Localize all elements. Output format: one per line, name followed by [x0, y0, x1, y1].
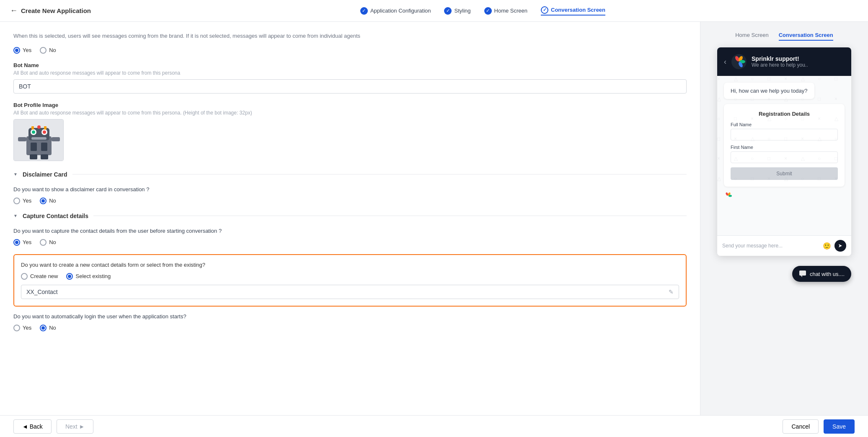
- radio-circle-yes: [13, 47, 20, 54]
- chat-footer: Send your message here... 🙂: [717, 235, 851, 256]
- cancel-button[interactable]: Cancel: [783, 419, 819, 434]
- step-styling[interactable]: ✓ Styling: [444, 7, 470, 15]
- main-layout: When this is selected, users will see me…: [0, 22, 868, 437]
- svg-point-16: [37, 125, 41, 129]
- svg-point-5: [32, 130, 35, 134]
- contact-form-box: Do you want to create a new contact deta…: [13, 254, 687, 307]
- app-title: ← Create New Application: [10, 6, 91, 15]
- chat-fab-button[interactable]: chat with us....: [792, 266, 851, 282]
- first-name-input[interactable]: [731, 151, 838, 163]
- bottom-bar: ◄ Back Next ► Cancel Save: [0, 415, 868, 437]
- next-button[interactable]: Next ►: [57, 419, 94, 434]
- radio-circle-capture-no: [40, 239, 46, 246]
- divider-line: [72, 174, 687, 174]
- chat-submit-button[interactable]: Submit: [731, 167, 838, 180]
- chat-brand-logo: [724, 192, 845, 200]
- chat-header-text: Sprinklr support! We are here to help yo…: [752, 55, 845, 68]
- auto-login-no-radio[interactable]: No: [40, 325, 56, 331]
- save-button[interactable]: Save: [824, 419, 855, 434]
- chat-subtitle: We are here to help you..: [752, 62, 845, 68]
- divider-line-2: [93, 216, 687, 216]
- capture-contact-radio-group: Yes No: [13, 239, 687, 246]
- step-app-config[interactable]: ✓ Application Configuration: [360, 7, 431, 15]
- chat-window-preview: ‹ Sprinklr support! We are here to help …: [717, 47, 851, 256]
- chat-form-title: Registration Details: [731, 111, 838, 117]
- step-check-icon: ✓: [444, 7, 452, 15]
- brand-description: When this is selected, users will see me…: [13, 32, 687, 40]
- svg-rect-13: [41, 154, 48, 159]
- select-existing-radio[interactable]: Select existing: [66, 273, 111, 280]
- svg-rect-14: [31, 126, 34, 130]
- fab-container: chat with us....: [717, 261, 851, 282]
- radio-circle-create-new: [21, 273, 28, 280]
- svg-rect-12: [30, 154, 37, 159]
- radio-circle-disclaimer-no: [40, 198, 46, 204]
- bot-name-input[interactable]: [13, 79, 687, 94]
- back-button[interactable]: ◄ Back: [13, 419, 52, 434]
- svg-marker-25: [839, 244, 842, 247]
- back-arrow-icon[interactable]: ←: [10, 6, 18, 15]
- bot-name-sublabel: All Bot and auto response messages will …: [13, 70, 687, 76]
- radio-circle-capture-yes: [13, 239, 20, 246]
- send-button[interactable]: [834, 240, 846, 252]
- capture-contact-section[interactable]: ▼ Capture Contact details: [13, 213, 687, 219]
- contact-form-question: Do you want to create a new contact deta…: [21, 262, 679, 268]
- disclaimer-yes-radio[interactable]: Yes: [13, 198, 31, 204]
- brand-yes-radio[interactable]: Yes: [13, 47, 31, 54]
- disclaimer-question: Do you want to show a disclaimer card in…: [13, 186, 687, 192]
- full-name-input[interactable]: [731, 129, 838, 140]
- disclaimer-no-radio[interactable]: No: [40, 198, 56, 204]
- right-panel: Home Screen Conversation Screen ‹ Sprink…: [700, 22, 868, 437]
- chat-body: ×△○□×△○□ △○□×△○□× ○□×△○□×△ □×△○□×△○ ×△○□…: [717, 76, 851, 235]
- tab-home-screen[interactable]: Home Screen: [735, 32, 768, 41]
- radio-circle-disclaimer-yes: [13, 198, 20, 204]
- svg-marker-27: [801, 276, 802, 277]
- svg-point-24: [728, 195, 732, 197]
- disclaimer-radio-group: Yes No: [13, 198, 687, 204]
- step-check-icon: ✓: [360, 7, 368, 15]
- capture-contact-question: Do you want to capture the contact detai…: [13, 228, 687, 234]
- emoji-icon[interactable]: 🙂: [823, 242, 831, 250]
- chat-title: Sprinklr support!: [752, 55, 845, 62]
- step-active-icon: ✓: [541, 6, 548, 14]
- contact-value: XX_Contact: [26, 289, 669, 295]
- chevron-down-icon-2: ▼: [13, 213, 18, 218]
- full-name-label: Full Name: [731, 122, 838, 127]
- preview-tabs: Home Screen Conversation Screen: [710, 32, 858, 41]
- svg-rect-9: [41, 143, 47, 151]
- svg-rect-7: [31, 137, 46, 140]
- svg-rect-15: [44, 126, 46, 130]
- radio-circle-autologin-no: [40, 325, 46, 331]
- first-name-label: First Name: [731, 145, 838, 150]
- step-home-screen[interactable]: ✓ Home Screen: [484, 7, 527, 15]
- tab-conversation-screen[interactable]: Conversation Screen: [779, 32, 833, 41]
- chat-form-card: Registration Details Full Name First Nam…: [724, 104, 845, 187]
- svg-point-6: [43, 130, 46, 134]
- step-conversation-screen[interactable]: ✓ Conversation Screen: [541, 6, 605, 16]
- auto-login-yes-radio[interactable]: Yes: [13, 325, 31, 331]
- brand-no-radio[interactable]: No: [40, 47, 56, 54]
- chat-input-placeholder[interactable]: Send your message here...: [722, 243, 819, 249]
- bot-profile-image-sublabel: All Bot and auto response messages will …: [13, 110, 687, 116]
- chat-back-button[interactable]: ‹: [724, 57, 726, 66]
- disclaimer-card-section[interactable]: ▼ Disclaimer Card: [13, 171, 687, 178]
- contact-input-row: XX_Contact ✎: [21, 285, 679, 299]
- chat-header: ‹ Sprinklr support! We are here to help …: [717, 47, 851, 76]
- svg-rect-11: [52, 137, 60, 141]
- create-new-radio[interactable]: Create new: [21, 273, 58, 280]
- step-check-icon: ✓: [484, 7, 492, 15]
- capture-no-radio[interactable]: No: [40, 239, 56, 246]
- capture-yes-radio[interactable]: Yes: [13, 239, 31, 246]
- top-bar: ← Create New Application ✓ Application C…: [0, 0, 868, 22]
- bot-profile-image-label: Bot Profile Image: [13, 102, 687, 108]
- auto-login-radio-group: Yes No: [13, 325, 687, 331]
- bottom-left-actions: ◄ Back Next ►: [13, 419, 93, 434]
- auto-login-question: Do you want to automatically login the u…: [13, 313, 687, 320]
- svg-rect-10: [18, 137, 26, 141]
- radio-circle-select-existing: [66, 273, 73, 280]
- edit-icon[interactable]: ✎: [669, 289, 674, 295]
- chevron-down-icon: ▼: [13, 172, 18, 177]
- bot-image-box: [13, 119, 64, 161]
- radio-circle-no: [40, 47, 46, 54]
- capture-contact-title: Capture Contact details: [23, 213, 88, 219]
